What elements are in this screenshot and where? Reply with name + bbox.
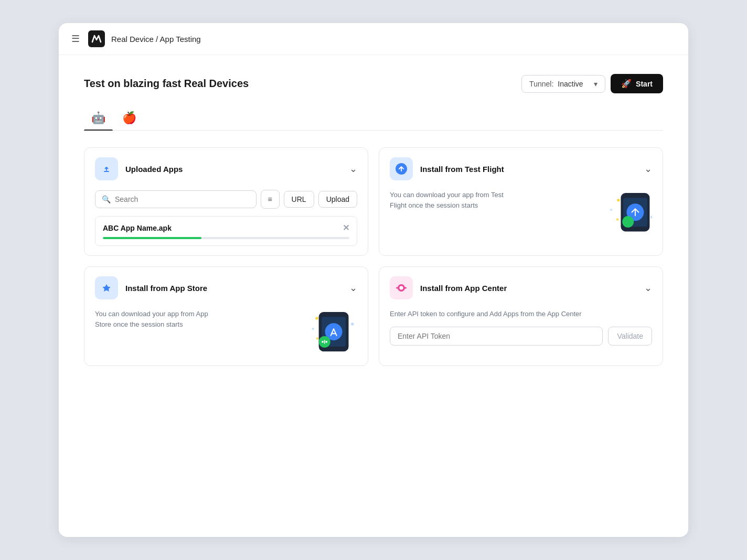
upload-icon-wrap <box>95 157 118 180</box>
svg-point-22 <box>351 322 354 326</box>
validate-button[interactable]: Validate <box>608 327 652 346</box>
android-icon: 🤖 <box>91 111 105 124</box>
appcenter-title: Install from App Center <box>420 284 507 293</box>
testflight-body: You can download your app from Test Flig… <box>379 190 663 246</box>
cards-grid: Uploaded Apps ⌄ 🔍 ≡ URL Upload <box>84 147 663 366</box>
svg-rect-27 <box>404 287 407 289</box>
upload-icon <box>101 163 112 175</box>
appcenter-icon <box>394 281 408 295</box>
content-area: Test on blazing fast Real Devices Tunnel… <box>59 55 688 537</box>
page-title-row: Test on blazing fast Real Devices Tunnel… <box>84 74 663 93</box>
appstore-icon-wrap <box>95 276 118 299</box>
apple-icon: 🍎 <box>122 111 136 124</box>
tunnel-label: Tunnel: <box>529 80 553 88</box>
tab-ios[interactable]: 🍎 <box>115 106 144 130</box>
appcenter-header: Install from App Center ⌄ <box>379 267 663 309</box>
appcenter-body: Enter API token to configure and Add App… <box>379 309 663 355</box>
uploaded-apps-title: Uploaded Apps <box>125 165 183 174</box>
appstore-content: You can download your app from App Store… <box>95 309 357 356</box>
svg-point-7 <box>617 199 620 202</box>
svg-rect-18 <box>324 340 325 343</box>
uploaded-apps-body: 🔍 ≡ URL Upload ABC App Name.apk ✕ <box>84 190 368 255</box>
install-appcenter-card: Install from App Center ⌄ Enter API toke… <box>379 266 663 366</box>
app-file-item: ABC App Name.apk ✕ <box>95 216 357 246</box>
install-testflight-card: Install from Test Flight ⌄ You can downl… <box>379 147 663 256</box>
url-button[interactable]: URL <box>284 191 314 208</box>
uploaded-apps-header: Uploaded Apps ⌄ <box>84 148 368 190</box>
testflight-chevron[interactable]: ⌄ <box>644 163 652 175</box>
svg-point-6 <box>622 216 634 228</box>
testflight-description: You can download your app from Test Flig… <box>390 190 505 210</box>
uploaded-apps-chevron[interactable]: ⌄ <box>349 163 357 175</box>
appcenter-title-row: Install from App Center <box>390 276 507 299</box>
tab-android[interactable]: 🤖 <box>84 106 113 130</box>
appstore-title-row: Install from App Store <box>95 276 207 299</box>
testflight-title-row: Install from Test Flight <box>390 157 504 180</box>
testflight-header: Install from Test Flight ⌄ <box>379 148 663 190</box>
svg-point-20 <box>312 328 314 330</box>
filter-icon: ≡ <box>268 195 272 203</box>
svg-point-25 <box>400 286 403 290</box>
upload-button[interactable]: Upload <box>318 191 357 208</box>
appcenter-chevron[interactable]: ⌄ <box>644 282 652 294</box>
progress-bar <box>103 237 201 239</box>
search-filter-row: 🔍 ≡ URL Upload <box>95 190 357 209</box>
svg-point-21 <box>316 337 319 340</box>
svg-point-19 <box>315 317 318 320</box>
svg-point-9 <box>616 218 619 221</box>
svg-point-16 <box>322 341 324 343</box>
appcenter-icon-wrap <box>390 276 413 299</box>
svg-point-17 <box>326 341 328 343</box>
appstore-body: You can download your app from App Store… <box>84 309 368 365</box>
app-file-name: ABC App Name.apk ✕ <box>103 223 349 233</box>
testflight-content: You can download your app from Test Flig… <box>390 190 652 237</box>
header: ☰ Real Device / App Testing <box>59 23 688 55</box>
tunnel-select[interactable]: Tunnel: Inactive ▾ <box>521 75 605 93</box>
start-button[interactable]: 🚀 Start <box>611 74 663 93</box>
menu-icon[interactable]: ☰ <box>69 31 82 47</box>
breadcrumb: Real Device / App Testing <box>111 35 201 44</box>
page-title: Test on blazing fast Real Devices <box>84 78 249 90</box>
uploaded-apps-card: Uploaded Apps ⌄ 🔍 ≡ URL Upload <box>84 147 368 256</box>
appcenter-description: Enter API token to configure and Add App… <box>390 309 652 319</box>
testflight-icon <box>394 162 408 176</box>
testflight-illustration <box>594 190 652 237</box>
tunnel-value: Inactive <box>558 80 583 88</box>
svg-point-8 <box>610 209 612 211</box>
logo <box>88 30 105 47</box>
filter-button[interactable]: ≡ <box>261 190 280 209</box>
main-container: ☰ Real Device / App Testing Test on blaz… <box>59 23 688 537</box>
platform-tabs: 🤖 🍎 <box>84 106 663 131</box>
appstore-description: You can download your app from App Store… <box>95 309 210 329</box>
appstore-chevron[interactable]: ⌄ <box>349 282 357 294</box>
api-token-row: Validate <box>390 327 652 346</box>
svg-point-10 <box>650 216 652 219</box>
rocket-icon: 🚀 <box>621 79 632 89</box>
appstore-illustration <box>300 309 357 356</box>
chevron-down-icon: ▾ <box>594 80 597 88</box>
search-icon: 🔍 <box>102 195 111 203</box>
appstore-icon <box>100 281 113 295</box>
appstore-title: Install from App Store <box>125 284 207 293</box>
testflight-icon-wrap <box>390 157 413 180</box>
appstore-header: Install from App Store ⌄ <box>84 267 368 309</box>
search-input[interactable] <box>115 195 250 203</box>
progress-bar-wrap <box>103 237 349 239</box>
close-icon[interactable]: ✕ <box>343 223 349 233</box>
testflight-title: Install from Test Flight <box>420 165 504 174</box>
api-token-input[interactable] <box>390 327 603 346</box>
install-appstore-card: Install from App Store ⌄ You can downloa… <box>84 266 368 366</box>
start-label: Start <box>636 80 653 88</box>
search-input-wrap: 🔍 <box>95 190 257 208</box>
uploaded-apps-title-row: Uploaded Apps <box>95 157 183 180</box>
svg-rect-26 <box>396 287 399 289</box>
tunnel-row: Tunnel: Inactive ▾ 🚀 Start <box>521 74 663 93</box>
